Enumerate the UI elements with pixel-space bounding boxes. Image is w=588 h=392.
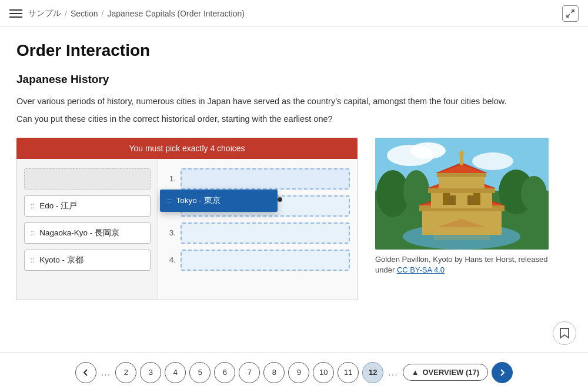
svg-rect-20 xyxy=(439,175,485,188)
list-item[interactable]: :: Edo - 江戸 xyxy=(24,195,151,217)
drop-zone-area: 1. 2. 3. 4. xyxy=(158,159,357,300)
prev-button[interactable] xyxy=(75,362,96,383)
description-text-1: Over various periods of history, numerou… xyxy=(16,95,572,108)
drop-number-4: 4. xyxy=(165,255,176,264)
item-label: Nagaoka-Kyo - 長岡京 xyxy=(39,228,119,238)
svg-point-4 xyxy=(410,142,446,159)
page-title: Order Interaction xyxy=(16,41,572,60)
interaction-area: You must pick exactly 4 choices :: Edo -… xyxy=(16,138,572,308)
svg-rect-26 xyxy=(443,193,450,205)
nav-dots-right: ... xyxy=(387,367,399,378)
svg-rect-17 xyxy=(428,188,495,193)
image-caption: Golden Pavillon, Kyoto by Hans ter Horst… xyxy=(375,254,549,275)
item-label: Edo - 江戸 xyxy=(39,201,77,211)
order-interaction-widget: You must pick exactly 4 choices :: Edo -… xyxy=(16,138,358,308)
error-banner: You must pick exactly 4 choices xyxy=(16,138,358,159)
nav-page-12-current[interactable]: 12 xyxy=(362,362,383,383)
drop-row-4: 4. xyxy=(165,250,350,271)
source-list: :: Edo - 江戸 :: Nagaoka-Kyo - 長岡京 :: Kyot… xyxy=(17,159,158,300)
drop-slot-4[interactable] xyxy=(181,250,350,271)
overview-arrow-icon: ▲ xyxy=(412,368,419,377)
svg-rect-16 xyxy=(431,191,492,208)
list-item[interactable]: :: Kyoto - 京都 xyxy=(24,250,151,271)
drop-number-1: 1. xyxy=(165,174,176,183)
breadcrumb-part3: Japanese Capitals (Order Interaction) xyxy=(107,9,244,18)
overview-button[interactable]: ▲ OVERVIEW (17) xyxy=(403,364,488,381)
breadcrumb-part2: Section xyxy=(71,9,98,18)
svg-rect-27 xyxy=(473,193,480,205)
breadcrumb-sep1: / xyxy=(65,9,67,18)
drag-handle-icon: :: xyxy=(31,228,35,237)
hamburger-menu-button[interactable] xyxy=(9,9,22,18)
drag-handle-icon: :: xyxy=(167,196,172,205)
drag-handle-icon: :: xyxy=(31,255,35,264)
svg-rect-28 xyxy=(450,195,456,205)
list-item[interactable]: :: Nagaoka-Kyo - 長岡京 xyxy=(24,222,151,244)
top-navigation: サンプル / Section / Japanese Capitals (Orde… xyxy=(0,0,588,27)
svg-rect-30 xyxy=(434,227,490,240)
nav-page-2[interactable]: 2 xyxy=(115,362,136,383)
expand-button[interactable] xyxy=(562,5,579,22)
svg-rect-21 xyxy=(437,173,486,177)
bottom-navigation: ... 2 3 4 5 6 7 8 9 10 11 12 ... ▲ OVERV… xyxy=(0,352,588,392)
nav-page-8[interactable]: 8 xyxy=(263,362,285,383)
image-license-link[interactable]: CC BY-SA 4.0 xyxy=(397,265,445,274)
section-title: Japanese History xyxy=(16,73,572,86)
item-label: Kyoto - 京都 xyxy=(39,255,83,265)
pavilion-image xyxy=(375,138,549,250)
nav-page-4[interactable]: 4 xyxy=(165,362,186,383)
drop-slot-1[interactable] xyxy=(181,168,350,190)
nav-dots-left: ... xyxy=(100,367,112,378)
dragging-item-label: Tokyo - 東京 xyxy=(176,195,220,206)
svg-rect-29 xyxy=(467,195,473,205)
svg-point-10 xyxy=(521,176,547,211)
next-button[interactable] xyxy=(492,362,513,383)
nav-page-7[interactable]: 7 xyxy=(239,362,260,383)
nav-page-5[interactable]: 5 xyxy=(189,362,211,383)
svg-point-5 xyxy=(472,152,513,170)
breadcrumb-sep2: / xyxy=(102,9,104,18)
drop-row-1: 1. xyxy=(165,168,350,190)
nav-page-11[interactable]: 11 xyxy=(338,362,359,383)
drop-slot-3[interactable] xyxy=(181,222,350,244)
main-content: Order Interaction Japanese History Over … xyxy=(0,27,588,352)
breadcrumb-part1: サンプル xyxy=(28,8,61,19)
nav-page-6[interactable]: 6 xyxy=(214,362,235,383)
svg-rect-24 xyxy=(460,154,463,165)
nav-page-3[interactable]: 3 xyxy=(140,362,161,383)
widget-body: :: Edo - 江戸 :: Nagaoka-Kyo - 長岡京 :: Kyot… xyxy=(16,159,358,300)
drop-number-3: 3. xyxy=(165,228,176,237)
description-text-2: Can you put these cities in the correct … xyxy=(16,113,572,126)
nav-page-9[interactable]: 9 xyxy=(288,362,309,383)
image-section: Golden Pavillon, Kyoto by Hans ter Horst… xyxy=(375,138,572,308)
drop-row-3: 3. xyxy=(165,222,350,244)
overview-label: OVERVIEW (17) xyxy=(423,368,480,377)
dragging-item-tokyo: :: Tokyo - 東京 xyxy=(160,190,278,212)
breadcrumb: サンプル / Section / Japanese Capitals (Orde… xyxy=(28,8,245,19)
drag-handle-icon: :: xyxy=(31,201,35,210)
bookmark-button[interactable] xyxy=(553,321,576,345)
nav-page-10[interactable]: 10 xyxy=(313,362,334,383)
